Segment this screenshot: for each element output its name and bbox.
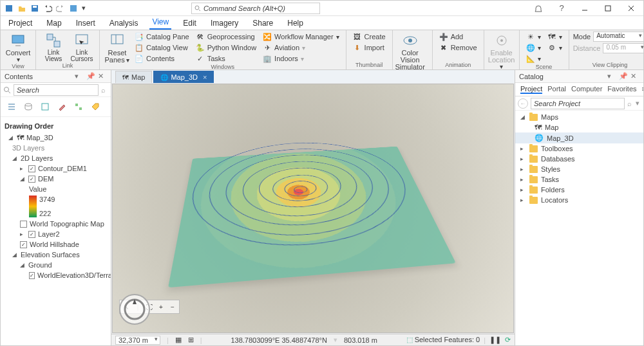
thumbnail-import-button[interactable]: ⬇Import xyxy=(350,42,388,53)
redo-icon[interactable] xyxy=(55,3,66,14)
tab-view[interactable]: View xyxy=(149,15,171,30)
view-tab-map[interactable]: 🗺 Map xyxy=(115,71,152,83)
back-icon[interactable]: ← xyxy=(518,98,528,109)
thumbnail-create-button[interactable]: 🖼Create xyxy=(350,32,388,42)
pause-icon[interactable]: ❚❚ xyxy=(489,336,501,344)
new-project-icon[interactable] xyxy=(3,3,15,14)
qat-dropdown-icon[interactable]: ▾ xyxy=(80,3,87,14)
contour-layer[interactable]: ▸✓Contour_DEM1 xyxy=(2,163,109,174)
maximize-icon[interactable] xyxy=(598,2,618,15)
search-dropdown-icon[interactable]: ▾ xyxy=(634,99,641,107)
scene-btn-5[interactable]: ⚙▾ xyxy=(545,42,565,53)
list-drawing-order-icon[interactable] xyxy=(5,100,19,114)
catalog-locators-node[interactable]: ▸Locators xyxy=(515,195,643,205)
python-window-button[interactable]: 🐍Python Window xyxy=(193,42,259,53)
enable-location-button[interactable]: Enable Location ▾ xyxy=(488,32,515,70)
pin-icon[interactable]: 📌 xyxy=(619,72,628,81)
list-source-icon[interactable] xyxy=(21,100,35,114)
list-labeling-icon[interactable] xyxy=(88,100,102,114)
open-icon[interactable] xyxy=(16,3,28,14)
catalog-subtab-favorites[interactable]: Favorites xyxy=(607,85,636,94)
pin-icon[interactable]: 📌 xyxy=(86,72,95,81)
catalog-map3d-item[interactable]: 🌐 Map_3D xyxy=(515,132,643,143)
notifications-icon[interactable] xyxy=(529,2,548,15)
catalog-folders-node[interactable]: ▸Folders xyxy=(515,185,643,195)
catalog-menu-icon[interactable]: ≡ xyxy=(642,85,644,94)
map-node[interactable]: ◢🗺 Map_3D xyxy=(2,132,109,143)
mode-select[interactable]: Automatic xyxy=(593,32,644,42)
catalog-databases-node[interactable]: ▸Databases xyxy=(515,154,643,164)
contents-search-input[interactable]: Search xyxy=(14,84,99,96)
catalog-subtab-portal[interactable]: Portal xyxy=(547,85,566,94)
list-editing-icon[interactable] xyxy=(55,100,69,114)
catalog-pane-button[interactable]: 📑Catalog Pane xyxy=(132,32,192,42)
tab-edit[interactable]: Edit xyxy=(180,17,199,30)
hillshade-layer[interactable]: ✓World Hillshade xyxy=(2,239,109,250)
link-views-button[interactable]: Link Views xyxy=(40,32,67,62)
search-go-icon[interactable]: ⌕ xyxy=(99,86,108,94)
map-canvas[interactable]: ↖ | ⛶ + − xyxy=(112,84,514,333)
scene-btn-1[interactable]: ☀▾ xyxy=(524,32,544,42)
catalog-styles-node[interactable]: ▸Styles xyxy=(515,164,643,174)
chevron-down-icon[interactable]: ▾ xyxy=(75,72,84,81)
search-go-icon[interactable]: ⌕ xyxy=(625,100,634,107)
scene-btn-2[interactable]: 🌐▾ xyxy=(524,42,544,53)
tab-help[interactable]: Help xyxy=(285,17,306,30)
list-selection-icon[interactable] xyxy=(38,100,52,114)
refresh-icon[interactable]: ⟳ xyxy=(505,336,511,344)
animation-add-button[interactable]: ➕Add xyxy=(437,32,480,42)
navigator-compass[interactable] xyxy=(119,294,150,325)
convert-button[interactable]: Convert ▾ xyxy=(5,32,32,63)
tab-project[interactable]: Project xyxy=(6,17,35,30)
terrain3d-layer[interactable]: ✓WorldElevation3D/Terrain3D xyxy=(2,270,109,280)
scene-btn-3[interactable]: 📐▾ xyxy=(524,53,544,64)
catalog-toolboxes-node[interactable]: ▸Toolboxes xyxy=(515,143,643,154)
catalog-maps-node[interactable]: ◢Maps xyxy=(515,112,643,122)
command-search-input[interactable]: Command Search (Alt+Q) xyxy=(191,3,320,14)
tab-map[interactable]: Map xyxy=(44,17,64,30)
geoprocessing-button[interactable]: 🛠Geoprocessing xyxy=(193,32,259,42)
zoom-out-icon[interactable]: − xyxy=(167,302,178,312)
svg-point-4 xyxy=(195,6,199,10)
chevron-down-icon[interactable]: ▾ xyxy=(607,72,616,81)
dem-layer[interactable]: ◢✓DEM xyxy=(2,174,109,184)
topo-layer[interactable]: World Topographic Map xyxy=(2,219,109,229)
close-tab-icon[interactable]: × xyxy=(203,73,207,81)
close-icon[interactable] xyxy=(621,2,641,15)
tab-analysis[interactable]: Analysis xyxy=(107,17,141,30)
catalog-subtab-computer[interactable]: Computer xyxy=(571,85,602,94)
list-snapping-icon[interactable] xyxy=(71,100,86,114)
minimize-icon[interactable] xyxy=(575,2,594,15)
view-tab-map3d[interactable]: 🌐 Map_3D × xyxy=(153,71,214,83)
elev-surfaces-header[interactable]: ◢Elevation Surfaces xyxy=(2,250,109,260)
layer2[interactable]: ▸✓Layer2 xyxy=(2,229,109,239)
catalog-search-input[interactable]: Search Project xyxy=(531,98,625,109)
layers-3d-header[interactable]: 3D Layers xyxy=(2,143,109,153)
qat-more-icon[interactable] xyxy=(68,3,79,14)
tab-share[interactable]: Share xyxy=(250,17,276,30)
save-icon[interactable] xyxy=(29,3,41,14)
contents-button[interactable]: 📄Contents xyxy=(132,53,192,64)
undo-icon[interactable] xyxy=(42,3,53,14)
zoom-in-icon[interactable]: + xyxy=(156,302,166,312)
ground-node[interactable]: ◢Ground xyxy=(2,260,109,270)
help-icon[interactable]: ? xyxy=(552,2,571,15)
close-panel-icon[interactable]: ✕ xyxy=(630,72,639,81)
catalog-map-item[interactable]: 🗺 Map xyxy=(515,122,643,132)
layers-2d-header[interactable]: ◢2D Layers xyxy=(2,153,109,163)
reset-panes-button[interactable]: Reset Panes ▾ xyxy=(104,32,131,64)
tab-imagery[interactable]: Imagery xyxy=(208,17,241,30)
tasks-button[interactable]: ✓Tasks xyxy=(193,53,259,64)
catalog-subtab-project[interactable]: Project xyxy=(520,85,542,94)
close-panel-icon[interactable]: ✕ xyxy=(98,72,107,81)
snap-icon[interactable]: ⊞ xyxy=(188,336,194,344)
tab-insert[interactable]: Insert xyxy=(73,17,98,30)
catalog-view-button[interactable]: 📋Catalog View xyxy=(132,42,192,53)
scene-btn-4[interactable]: 🗺▾ xyxy=(545,32,565,42)
scale-select[interactable]: 32,370 m xyxy=(115,336,160,345)
grid-icon[interactable]: ▦ xyxy=(175,336,182,344)
catalog-tasks-node[interactable]: ▸Tasks xyxy=(515,174,643,185)
link-cursors-button[interactable]: Link Cursors xyxy=(68,32,95,62)
distance-input[interactable]: 0.05 m xyxy=(603,43,644,53)
workflow-manager-button[interactable]: 🔀Workflow Manager ▾ xyxy=(260,32,342,42)
